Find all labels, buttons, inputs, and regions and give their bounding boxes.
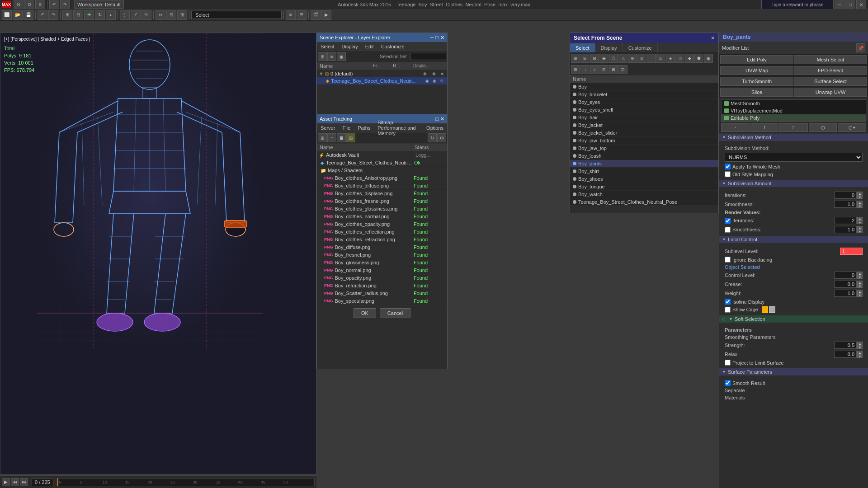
close-layer-btn[interactable]: ✕ xyxy=(440,35,444,41)
at-menu-options[interactable]: Options xyxy=(425,124,445,131)
weight-down[interactable]: ▼ xyxy=(857,293,863,297)
cancel-btn[interactable]: Cancel xyxy=(380,308,410,318)
menu-customize[interactable]: Customize xyxy=(379,43,406,50)
at-row-refraction[interactable]: PNG Boy_clothes_refraction.png Found xyxy=(317,236,447,244)
subobj-edge[interactable]: / xyxy=(750,123,779,132)
render-iter-input[interactable] xyxy=(834,217,857,224)
prev-frame-btn[interactable]: ⏮ xyxy=(11,478,19,486)
old-style-mapping-check[interactable] xyxy=(725,171,731,177)
render-smooth-input[interactable] xyxy=(834,226,857,233)
sfs-tab-customize[interactable]: Customize xyxy=(623,43,658,52)
at-row-aniso[interactable]: PNG Boy_clothes_Anisotropy.png Found xyxy=(317,174,447,182)
sfs-btn-12[interactable]: ◇ xyxy=(675,54,684,63)
minimize-layer-btn[interactable]: ─ xyxy=(430,35,434,41)
sfs-btn-5[interactable]: ⬡ xyxy=(609,54,618,63)
open-file-btn[interactable]: 📂 xyxy=(13,10,23,20)
at-menu-paths[interactable]: Paths xyxy=(356,124,372,131)
undo-btn[interactable]: ↶ xyxy=(49,0,59,9)
str-down[interactable]: ▼ xyxy=(857,345,863,349)
at-row-scatter[interactable]: PNG Boy_Scatter_radius.png Found xyxy=(317,290,447,297)
stack-item-meshsmooth[interactable]: MeshSmooth xyxy=(722,100,866,107)
sfs-btn-6[interactable]: △ xyxy=(618,54,627,63)
at-row-file[interactable]: ◆ Teenage_Boy_Street_Clothes_Neutral_Pos… xyxy=(317,159,447,167)
weight-up[interactable]: ▲ xyxy=(857,290,863,293)
smoothness-up[interactable]: ▲ xyxy=(857,201,863,204)
relax-down[interactable]: ▼ xyxy=(857,354,863,358)
cl-down[interactable]: ▼ xyxy=(857,275,863,279)
iterations-up[interactable]: ▲ xyxy=(857,192,863,195)
angle-snap-btn[interactable]: ∠ xyxy=(131,10,141,20)
crease-up[interactable]: ▲ xyxy=(857,281,863,284)
sfs-btn-10[interactable]: ⊡ xyxy=(656,54,665,63)
play-btn[interactable]: ▶ xyxy=(2,478,10,486)
mod-btn-slice[interactable]: Slice xyxy=(720,88,793,97)
at-row-reflection[interactable]: PNG Boy_clothes_reflection.png Found xyxy=(317,228,447,236)
render-btn[interactable]: ▶ xyxy=(321,10,331,20)
project-limit-check[interactable] xyxy=(725,360,731,366)
sfs-btn-22[interactable]: ⋮ xyxy=(580,65,590,74)
new-scene-btn[interactable]: ⬜ xyxy=(2,10,12,20)
menu-select[interactable]: Select xyxy=(319,43,336,50)
sfs-btn-15[interactable]: ▣ xyxy=(704,54,713,63)
subobj-element[interactable]: ⬡+ xyxy=(838,123,866,132)
crease-spinner[interactable]: ▲ ▼ xyxy=(857,281,863,288)
sfs-obj-shoes[interactable]: Boy_shoes xyxy=(570,175,718,183)
select-btn[interactable]: ⊞ xyxy=(62,10,72,20)
relax-up[interactable]: ▲ xyxy=(857,351,863,354)
render-smooth-check[interactable] xyxy=(725,227,731,233)
redo-scene-btn[interactable]: ↷ xyxy=(48,10,58,20)
sfs-btn-7[interactable]: ⊕ xyxy=(628,54,637,63)
smooth-result-check[interactable] xyxy=(725,380,731,386)
smoothness-input[interactable] xyxy=(834,201,857,208)
ok-btn[interactable]: OK xyxy=(354,308,376,318)
workspace-label[interactable]: Workspace: Default xyxy=(74,0,124,9)
mod-btn-unwrap[interactable]: Unwrap UVW xyxy=(794,88,867,97)
save-file-btn[interactable]: 💾 xyxy=(24,10,33,20)
sfs-tab-display[interactable]: Display xyxy=(595,43,623,52)
render-iter-up[interactable]: ▲ xyxy=(857,217,863,221)
ignore-backfacing-check[interactable] xyxy=(725,257,731,263)
menu-display[interactable]: Display xyxy=(340,43,360,50)
sfs-btn-8[interactable]: ⊘ xyxy=(637,54,646,63)
sfs-obj-watch[interactable]: Boy_watch xyxy=(570,191,718,198)
at-row-diffuse[interactable]: PNG Boy_clothes_diffuse.png Found xyxy=(317,182,447,190)
sfs-btn-24[interactable]: ⊟ xyxy=(599,65,609,74)
mod-btn-mesh-select[interactable]: Mesh Select xyxy=(794,55,867,64)
save-btn[interactable]: S xyxy=(35,0,45,9)
cl-up[interactable]: ▲ xyxy=(857,272,863,275)
filter-btn[interactable]: ⊞ xyxy=(318,52,327,61)
open-btn[interactable]: O xyxy=(24,0,34,9)
at-menu-file[interactable]: File xyxy=(340,124,352,131)
smoothness-down[interactable]: ▼ xyxy=(857,204,863,208)
next-frame-btn[interactable]: ⏭ xyxy=(20,478,28,486)
mod-btn-fpd[interactable]: FPD Select xyxy=(794,66,867,75)
sublevel-input[interactable] xyxy=(840,248,863,255)
snap-btn[interactable]: ⋮ xyxy=(120,10,130,20)
select-region-btn[interactable]: ⊟ xyxy=(73,10,83,20)
at-row-maps[interactable]: 📁 Maps / Shaders xyxy=(317,167,447,174)
at-row-glossiness[interactable]: PNG Boy_clothes_glossiness.png Found xyxy=(317,205,447,213)
strength-input[interactable] xyxy=(834,342,857,349)
sfs-btn-25[interactable]: ⊠ xyxy=(609,65,618,74)
sfs-obj-jacket-slider[interactable]: Boy_jacket_slider xyxy=(570,129,718,137)
icon-btn[interactable]: ◉ xyxy=(337,52,346,61)
current-frame[interactable]: 0 / 225 xyxy=(32,478,53,486)
surface-params-title[interactable]: ▼ Surface Parameters xyxy=(719,368,868,375)
soft-sel-title[interactable]: ◁ ▼ Soft Selection xyxy=(719,315,868,323)
cage-color-1[interactable] xyxy=(762,306,768,313)
sfs-obj-jaw-bottom[interactable]: Boy_jaw_bottom xyxy=(570,137,718,145)
scale-btn[interactable]: ⬧ xyxy=(106,10,116,20)
minimize-at-btn[interactable]: ─ xyxy=(430,116,434,122)
subdiv-method-title[interactable]: ▼ Subdivision Method xyxy=(719,134,868,141)
at-row-displace[interactable]: PNG Boy_clothes_displace.png Found xyxy=(317,190,447,197)
at-row-boy-diffuse[interactable]: PNG Boy_diffuse.png Found xyxy=(317,244,447,251)
method-dropdown[interactable]: NURMS Classic xyxy=(725,153,863,162)
sfs-obj-jaw-top[interactable]: Boy_jaw_top xyxy=(570,145,718,152)
ribbon-btn[interactable]: ≣ xyxy=(297,10,307,20)
local-control-title[interactable]: ▼ Local Control xyxy=(719,236,868,243)
at-row-normal[interactable]: PNG Boy_clothes_normal.png Found xyxy=(317,213,447,221)
at-row-boy-normal[interactable]: PNG Boy_normal.png Found xyxy=(317,267,447,274)
at-menu-server[interactable]: Server xyxy=(319,124,337,131)
strength-spinner[interactable]: ▲ ▼ xyxy=(857,342,863,349)
help-btn[interactable]: Type a keyword or phrase xyxy=(761,0,834,9)
